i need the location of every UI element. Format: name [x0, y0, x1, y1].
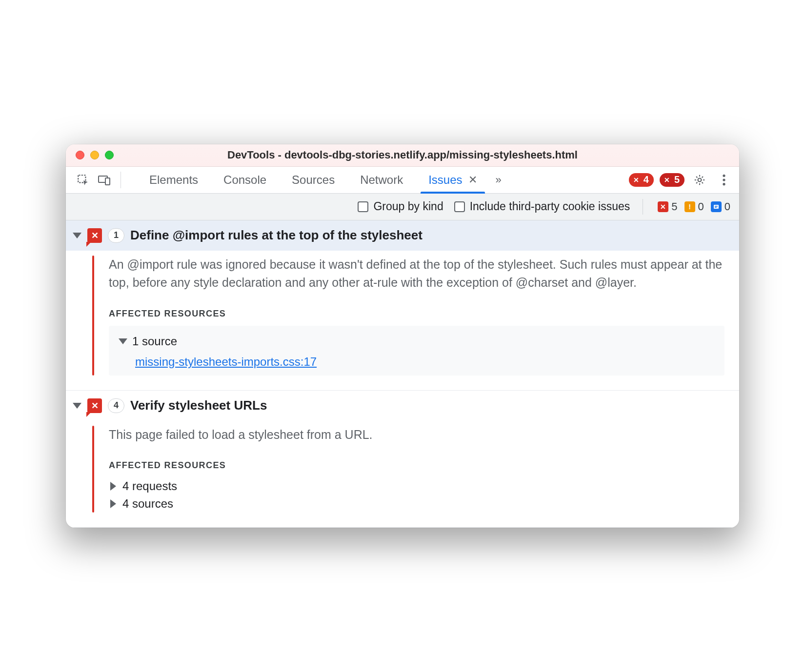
chevron-down-icon	[119, 338, 127, 344]
window-title: DevTools - devtools-dbg-stories.netlify.…	[75, 149, 730, 161]
stat-value: 0	[724, 200, 730, 213]
tab-console[interactable]: Console	[211, 166, 279, 193]
svg-rect-2	[105, 178, 110, 185]
pill-value: 5	[674, 174, 680, 185]
tab-label: Sources	[292, 173, 335, 187]
window-controls	[76, 151, 114, 159]
requests-group-toggle[interactable]: 4 requests	[109, 477, 724, 495]
severity-stripe	[92, 426, 94, 513]
include-third-party-checkbox[interactable]: Include third-party cookie issues	[454, 200, 630, 213]
devtools-window: DevTools - devtools-dbg-stories.netlify.…	[66, 144, 739, 528]
issue-body: An @import rule was ignored because it w…	[66, 251, 739, 390]
checkbox-icon	[358, 201, 368, 212]
issue-description: An @import rule was ignored because it w…	[109, 256, 724, 292]
sources-group-toggle[interactable]: 4 sources	[109, 495, 724, 513]
source-summary: 1 source	[132, 335, 177, 348]
svg-rect-9	[715, 207, 717, 208]
stat-errors[interactable]: ✕ 5	[658, 200, 677, 213]
issue-count-badge: 1	[108, 228, 124, 243]
info-badge-icon	[711, 201, 722, 212]
severity-stripe	[92, 256, 94, 376]
source-group-toggle[interactable]: 1 source	[119, 333, 715, 350]
stat-info[interactable]: 0	[711, 200, 730, 213]
group-by-kind-checkbox[interactable]: Group by kind	[358, 200, 443, 213]
issue-title: Verify stylesheet URLs	[130, 398, 267, 413]
chevron-right-icon	[110, 482, 116, 491]
expand-toggle-icon	[73, 403, 81, 409]
affected-resources-label: AFFECTED RESOURCES	[109, 460, 724, 471]
settings-icon[interactable]	[690, 171, 709, 189]
checkbox-label: Group by kind	[373, 200, 443, 213]
sources-summary: 4 sources	[122, 497, 173, 511]
tab-label: Network	[360, 173, 403, 187]
issue-item: ✕ 1 Define @import rules at the top of t…	[66, 220, 739, 391]
svg-point-4	[723, 174, 725, 177]
issue-severity-icon: ✕	[87, 228, 102, 243]
titlebar: DevTools - devtools-dbg-stories.netlify.…	[66, 144, 739, 167]
svg-rect-8	[715, 206, 718, 207]
issue-description: This page failed to load a stylesheet fr…	[109, 426, 724, 444]
divider	[643, 199, 643, 215]
stat-value: 0	[698, 200, 704, 213]
close-window-button[interactable]	[76, 151, 84, 159]
tabstrip-right: ✕ 4 ✕ 5	[629, 171, 733, 189]
issue-header[interactable]: ✕ 4 Verify stylesheet URLs	[66, 391, 739, 421]
tab-sources[interactable]: Sources	[279, 166, 347, 193]
affected-resources-label: AFFECTED RESOURCES	[109, 309, 724, 319]
kebab-menu-icon[interactable]	[715, 171, 733, 189]
svg-point-6	[723, 183, 725, 185]
breaking-count-pill[interactable]: ✕ 5	[660, 173, 684, 187]
device-toolbar-icon[interactable]	[95, 171, 114, 189]
close-tab-icon[interactable]: ✕	[468, 174, 477, 186]
tab-issues[interactable]: Issues ✕	[416, 166, 489, 193]
checkbox-icon	[454, 201, 465, 212]
more-tabs-icon[interactable]: »	[493, 174, 504, 186]
warning-badge-icon: !	[684, 201, 695, 212]
tab-label: Elements	[149, 173, 198, 187]
breaking-icon: ✕	[663, 176, 671, 184]
tab-elements[interactable]: Elements	[137, 166, 211, 193]
tab-network[interactable]: Network	[347, 166, 416, 193]
main-tabstrip: Elements Console Sources Network Issues …	[66, 167, 739, 194]
divider	[121, 172, 121, 188]
error-badge-icon: ✕	[658, 201, 668, 212]
zoom-window-button[interactable]	[105, 151, 114, 159]
svg-point-3	[698, 178, 702, 181]
issue-title: Define @import rules at the top of the s…	[130, 228, 423, 243]
minimize-window-button[interactable]	[90, 151, 99, 159]
chevron-right-icon	[110, 499, 116, 508]
error-count-pill[interactable]: ✕ 4	[629, 173, 654, 187]
pill-value: 4	[644, 174, 649, 185]
tab-label: Console	[223, 173, 266, 187]
issues-filter-bar: Group by kind Include third-party cookie…	[66, 194, 739, 220]
inspect-element-icon[interactable]	[74, 171, 92, 189]
requests-summary: 4 requests	[122, 479, 177, 493]
issue-stats: ✕ 5 ! 0 0	[658, 200, 730, 213]
expand-toggle-icon	[73, 233, 81, 238]
issue-body: This page failed to load a stylesheet fr…	[66, 421, 739, 528]
issue-severity-icon: ✕	[87, 398, 102, 413]
checkbox-label: Include third-party cookie issues	[470, 200, 630, 213]
stat-warnings[interactable]: ! 0	[684, 200, 704, 213]
tab-label: Issues	[428, 173, 462, 187]
issue-header[interactable]: ✕ 1 Define @import rules at the top of t…	[66, 220, 739, 251]
issue-count-badge: 4	[108, 398, 124, 413]
affected-resources-box: 1 source missing-stylesheets-imports.css…	[109, 326, 724, 376]
svg-point-5	[723, 178, 725, 181]
svg-rect-7	[714, 205, 719, 209]
error-icon: ✕	[632, 176, 641, 184]
source-link[interactable]: missing-stylesheets-imports.css:17	[119, 355, 317, 369]
issue-item: ✕ 4 Verify stylesheet URLs This page fai…	[66, 391, 739, 528]
panel-tabs: Elements Console Sources Network Issues …	[137, 166, 490, 193]
stat-value: 5	[671, 200, 677, 213]
